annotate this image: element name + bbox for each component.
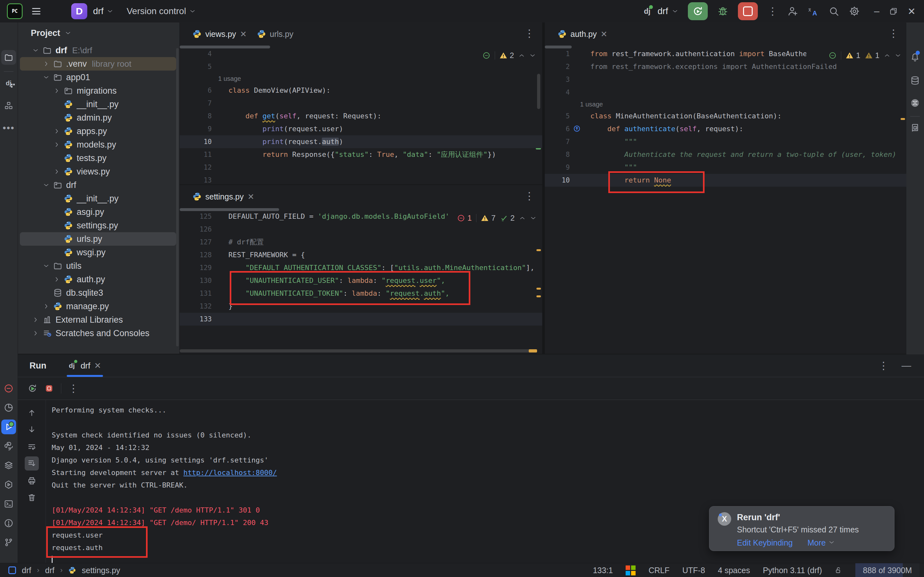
windows-defender-icon[interactable] bbox=[626, 566, 635, 575]
close-tab-icon[interactable]: ✕ bbox=[248, 192, 255, 201]
notification-popup[interactable]: X Rerun 'drf' Shortcut 'Ctrl+F5' missed … bbox=[709, 506, 895, 551]
tab-urls-py[interactable]: urls.py bbox=[252, 23, 299, 45]
editor-horizontal-divider[interactable] bbox=[180, 184, 542, 185]
minimize-button[interactable]: – bbox=[874, 6, 879, 17]
version-control-tool-button[interactable] bbox=[1, 535, 16, 550]
tree-chevron[interactable] bbox=[43, 74, 53, 81]
python-packages-tool-button[interactable] bbox=[1, 458, 16, 473]
tree-item-manage-py[interactable]: manage.py bbox=[20, 300, 176, 313]
close-tab-icon[interactable]: ✕ bbox=[240, 29, 247, 39]
tree-item-drf[interactable]: drf bbox=[20, 178, 176, 192]
problems-wave-tool-button[interactable] bbox=[1, 381, 16, 396]
close-tab-icon[interactable]: ✕ bbox=[601, 29, 607, 39]
interpreter-widget[interactable]: Python 3.11 (drf) bbox=[763, 566, 822, 575]
tab-settings-py[interactable]: settings.py ✕ bbox=[187, 185, 259, 208]
tree-chevron[interactable] bbox=[43, 263, 53, 269]
line-number[interactable]: 4 bbox=[180, 47, 222, 60]
tree-item-external-libraries[interactable]: External Libraries bbox=[20, 313, 176, 327]
override-method-icon[interactable] bbox=[573, 125, 581, 132]
line-number[interactable]: 10 bbox=[180, 135, 222, 148]
editor-split-divider[interactable] bbox=[542, 23, 545, 355]
rerun-button[interactable] bbox=[27, 384, 37, 393]
line-number[interactable]: 129 bbox=[180, 261, 222, 274]
run-config-icon[interactable]: dj bbox=[644, 7, 652, 16]
restore-button[interactable] bbox=[889, 7, 898, 16]
search-everywhere-button[interactable] bbox=[828, 6, 839, 17]
prev-problem-icon[interactable] bbox=[519, 215, 526, 221]
project-panel-header[interactable]: Project bbox=[18, 23, 179, 44]
editor-settings[interactable]: 1 7 2 125DEFAULT_AUTO_FIELD = 'django.db… bbox=[180, 208, 542, 355]
tree-chevron[interactable] bbox=[32, 317, 43, 323]
stop-process-button[interactable] bbox=[44, 384, 54, 393]
next-problem-icon[interactable] bbox=[529, 52, 536, 59]
tree-item-scratches-and-consoles[interactable]: Scratches and Consoles bbox=[20, 327, 176, 340]
line-number[interactable]: 3 bbox=[545, 73, 580, 86]
caret-position[interactable]: 133:1 bbox=[593, 566, 613, 575]
tree-chevron[interactable] bbox=[43, 303, 53, 309]
line-number[interactable]: 6 bbox=[180, 84, 222, 97]
tree-chevron[interactable] bbox=[53, 276, 64, 282]
breadcrumb-item[interactable]: settings.py bbox=[82, 566, 120, 575]
hscrollbar-settings[interactable] bbox=[180, 349, 531, 353]
tree-chevron[interactable] bbox=[43, 61, 53, 67]
line-number[interactable]: 7 bbox=[180, 97, 222, 110]
lock-icon[interactable] bbox=[835, 566, 842, 574]
line-number[interactable]: 4 bbox=[545, 86, 580, 99]
line-number[interactable]: 126 bbox=[180, 223, 222, 236]
breadcrumb-item[interactable]: drf bbox=[45, 566, 55, 575]
line-number[interactable]: 7 bbox=[545, 135, 580, 148]
tree-chevron[interactable] bbox=[53, 128, 64, 134]
stop-button[interactable] bbox=[738, 2, 758, 20]
edit-keybinding-link[interactable]: Edit Keybinding bbox=[737, 538, 793, 548]
memory-indicator[interactable]: 888 of 3900M bbox=[855, 563, 919, 577]
tree-item-init-py[interactable]: __init__.py bbox=[20, 192, 176, 205]
line-number[interactable]: 12 bbox=[180, 161, 222, 174]
hide-tool-window-button[interactable]: — bbox=[901, 360, 911, 371]
run-button[interactable] bbox=[688, 2, 708, 20]
more-link[interactable]: More bbox=[808, 538, 835, 548]
tree-chevron[interactable] bbox=[53, 142, 64, 148]
line-number[interactable]: 8 bbox=[545, 148, 580, 161]
tree-item-settings-py[interactable]: settings.py bbox=[20, 219, 176, 232]
terminal-tool-button[interactable] bbox=[1, 496, 16, 511]
editor-options-button[interactable]: ⋮ bbox=[889, 28, 899, 39]
line-separator-widget[interactable]: CRLF bbox=[648, 566, 669, 575]
notifications-button[interactable] bbox=[908, 50, 922, 65]
translate-button[interactable]: x̄A bbox=[808, 6, 819, 17]
tree-item-views-py[interactable]: views.py bbox=[20, 165, 176, 178]
tab-views-py[interactable]: views.py ✕ bbox=[187, 23, 252, 45]
line-number[interactable]: 125 bbox=[180, 210, 222, 223]
settings-button[interactable] bbox=[849, 6, 860, 17]
prev-problem-icon[interactable] bbox=[518, 52, 525, 59]
line-number[interactable]: 133 bbox=[180, 313, 222, 326]
breadcrumb-item[interactable]: drf bbox=[22, 566, 31, 575]
run-tab-drf[interactable]: dj drf ✕ bbox=[67, 355, 103, 377]
profiler-tool-button[interactable] bbox=[1, 400, 16, 415]
editor-options-button[interactable]: ⋮ bbox=[524, 28, 534, 39]
tree-item-utils[interactable]: utils bbox=[20, 259, 176, 272]
line-number[interactable]: 130 bbox=[180, 274, 222, 287]
prev-problem-icon[interactable] bbox=[884, 52, 890, 59]
run-options-button[interactable]: ⋮ bbox=[879, 361, 889, 371]
editor-views[interactable]: 2 451 usage6class DemoView(APIView):78 d… bbox=[180, 45, 542, 184]
more-tools-button[interactable]: ••• bbox=[1, 121, 16, 135]
console-link[interactable]: http://localhost:8000/ bbox=[184, 469, 277, 477]
tree-chevron[interactable] bbox=[53, 87, 64, 94]
console-options-button[interactable]: ⋮ bbox=[68, 383, 79, 393]
tree-item-models-py[interactable]: models.py bbox=[20, 138, 176, 152]
run-tool-button[interactable] bbox=[1, 419, 16, 434]
line-number[interactable]: 132 bbox=[180, 300, 222, 313]
line-number[interactable]: 11 bbox=[180, 148, 222, 161]
editor-auth[interactable]: 1 1 1from rest_framework.authentication … bbox=[545, 45, 906, 355]
structure-tool-button[interactable] bbox=[1, 98, 16, 113]
tree-item-db-sqlite3[interactable]: db.sqlite3 bbox=[20, 286, 176, 300]
line-number[interactable]: 128 bbox=[180, 248, 222, 261]
project-selector[interactable]: drf bbox=[93, 6, 104, 16]
line-number[interactable]: 10 bbox=[545, 174, 580, 187]
project-tool-button[interactable] bbox=[1, 50, 16, 65]
scroll-to-end-button[interactable] bbox=[25, 456, 39, 471]
tree-item-wsgi-py[interactable]: wsgi.py bbox=[20, 246, 176, 259]
inspection-widget[interactable]: 1 7 2 bbox=[452, 211, 539, 226]
inspection-widget[interactable]: 2 bbox=[477, 48, 539, 63]
close-button[interactable]: ✕ bbox=[908, 6, 916, 17]
